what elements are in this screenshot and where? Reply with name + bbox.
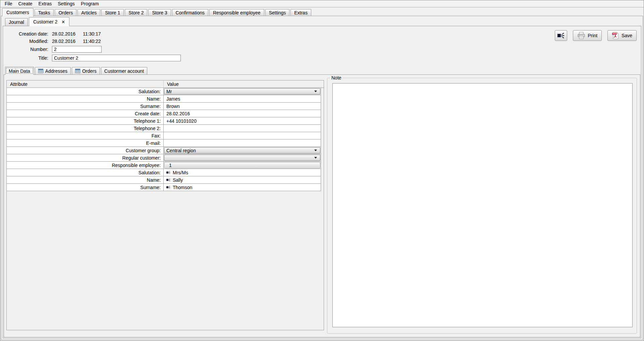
- modified-date-label: Modified:: [8, 39, 52, 44]
- tab-customers[interactable]: Customers: [2, 8, 34, 16]
- tab-store-2[interactable]: Store 2: [125, 9, 147, 16]
- table-row-linked-name: Name: Sally: [7, 176, 324, 184]
- salutation-select-value: Mr: [166, 89, 172, 94]
- print-button[interactable]: Print: [573, 30, 602, 41]
- document-tab-bar: Journal Customer 2 ✕: [1, 16, 643, 26]
- title-field[interactable]: [52, 55, 181, 61]
- link-icon: [166, 171, 171, 174]
- title-label: Title:: [8, 55, 52, 61]
- print-button-label: Print: [588, 33, 597, 38]
- tab-store-3[interactable]: Store 3: [148, 9, 171, 16]
- save-button[interactable]: PDF Save: [607, 30, 637, 41]
- attribute-label: Responsible employee:: [7, 162, 164, 169]
- table-row-surname: Surname: Brown: [7, 103, 324, 110]
- attribute-label: Telephone 1:: [7, 117, 164, 125]
- fax-value[interactable]: [164, 132, 321, 139]
- email-value[interactable]: [164, 139, 321, 147]
- tab-orders-label: Orders: [82, 68, 97, 74]
- table-row-linked-salutation: Salutation: Mrs/Ms: [7, 169, 324, 176]
- attribute-label: Fax:: [7, 132, 164, 139]
- svg-text:PDF: PDF: [613, 33, 617, 35]
- note-group: Note: [327, 78, 637, 334]
- tab-tasks[interactable]: Tasks: [35, 9, 54, 16]
- modified-time-value: 11:40:22: [83, 39, 101, 44]
- tab-customer-account-label: Custormer account: [104, 68, 144, 74]
- record-meta: Creation date: 28.02.2016 11:30:17 Modif…: [8, 31, 181, 63]
- customer-group-select[interactable]: Central region: [164, 147, 320, 154]
- table-row-salutation: Salutation: Mr: [7, 88, 324, 95]
- main-data-panel: Attribute Value Salutation: Mr: [4, 74, 640, 337]
- linked-name-cell[interactable]: Sally: [164, 176, 321, 184]
- tab-customer-2-label: Customer 2: [33, 19, 57, 24]
- table-icon: [75, 69, 80, 73]
- tab-orders-detail[interactable]: Orders: [72, 67, 100, 74]
- creation-time-value: 11:30:17: [83, 31, 101, 37]
- value-column-header: Value: [164, 80, 324, 88]
- menu-settings[interactable]: Settings: [55, 1, 78, 7]
- tab-journal[interactable]: Journal: [5, 18, 28, 26]
- tab-customer-2[interactable]: Customer 2 ✕: [29, 17, 69, 26]
- tab-addresses-label: Addresses: [45, 68, 67, 74]
- tab-responsible-employee[interactable]: Responsible employee: [209, 9, 264, 16]
- creation-date-label: Creation date:: [8, 31, 52, 37]
- attribute-label: Salutation:: [7, 88, 164, 95]
- note-textarea[interactable]: [332, 83, 633, 327]
- number-label: Number:: [8, 47, 52, 52]
- attribute-label: Name:: [7, 95, 164, 103]
- save-button-label: Save: [622, 33, 632, 38]
- menu-create[interactable]: Create: [15, 1, 36, 7]
- tab-articles[interactable]: Articles: [77, 9, 100, 16]
- record-header: Creation date: 28.02.2016 11:30:17 Modif…: [3, 26, 641, 66]
- table-row-customer-group: Customer group: Central region: [7, 147, 324, 154]
- pdf-icon: PDF: [612, 32, 619, 39]
- table-row-name: Name: James: [7, 95, 324, 103]
- table-row-telephone-1: Telephone 1: +44 10101020: [7, 117, 324, 125]
- surname-value[interactable]: Brown: [164, 103, 321, 110]
- module-tab-bar: Customers Tasks Orders Articles Store 1 …: [2, 8, 642, 16]
- salutation-select[interactable]: Mr: [164, 88, 320, 95]
- modified-date-value: 28.02.2016: [52, 39, 83, 44]
- number-field[interactable]: [52, 46, 102, 53]
- menu-file[interactable]: File: [2, 1, 15, 7]
- table-row-telephone-2: Telephone 2:: [7, 125, 324, 132]
- menu-program[interactable]: Program: [78, 1, 102, 7]
- printer-icon: [577, 32, 585, 39]
- table-header-row: Attribute Value: [7, 80, 324, 88]
- linked-salutation-cell[interactable]: Mrs/Ms: [164, 169, 321, 176]
- tab-customer-account[interactable]: Custormer account: [101, 67, 147, 74]
- tab-extras[interactable]: Extras: [290, 9, 311, 16]
- table-row-fax: Fax:: [7, 132, 324, 139]
- attribute-label: Create date:: [7, 110, 164, 117]
- note-group-label: Note: [330, 75, 343, 80]
- customer-group-select-value: Central region: [166, 148, 196, 153]
- attribute-label: Telephone 2:: [7, 125, 164, 132]
- linked-surname-cell[interactable]: Thomson: [164, 184, 321, 191]
- menu-extras[interactable]: Extras: [36, 1, 55, 7]
- tab-orders[interactable]: Orders: [55, 9, 76, 16]
- regular-customer-select[interactable]: [164, 155, 320, 161]
- attribute-label: E-mail:: [7, 139, 164, 147]
- share-icon: [557, 32, 565, 39]
- tab-main-data[interactable]: Main Data: [5, 67, 34, 75]
- table-row-create-date: Create date: 28.02.2016: [7, 110, 324, 117]
- telephone1-value[interactable]: +44 10101020: [164, 117, 321, 125]
- tab-store-1[interactable]: Store 1: [101, 9, 124, 16]
- tab-confirmations[interactable]: Confirmations: [172, 9, 208, 16]
- telephone2-value[interactable]: [164, 125, 321, 132]
- tab-addresses[interactable]: Addresses: [35, 67, 71, 74]
- table-row-regular-customer: Regular customer:: [7, 154, 324, 162]
- close-tab-icon[interactable]: ✕: [61, 19, 65, 24]
- name-value[interactable]: James: [164, 95, 321, 103]
- responsible-employee-field[interactable]: 1: [164, 162, 320, 168]
- table-row-email: E-mail:: [7, 139, 324, 147]
- attribute-label: Customer group:: [7, 147, 164, 154]
- table-row-linked-surname: Surname: Thomson: [7, 184, 324, 191]
- responsible-employee-value: 1: [169, 163, 172, 168]
- attribute-label: Surname:: [7, 103, 164, 110]
- tab-main-data-label: Main Data: [9, 68, 30, 74]
- create-date-value[interactable]: 28.02.2016: [164, 110, 321, 117]
- share-button[interactable]: [555, 30, 567, 41]
- tab-settings[interactable]: Settings: [265, 9, 290, 16]
- detail-tab-bar: Main Data Addresses: [3, 66, 641, 74]
- chevron-down-icon: [314, 157, 317, 159]
